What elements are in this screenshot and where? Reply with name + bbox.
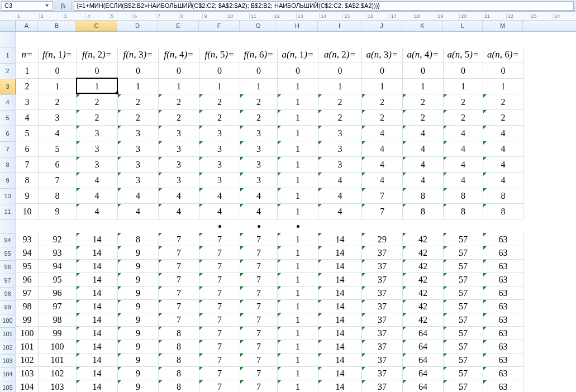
- cell[interactable]: 0: [39, 63, 77, 78]
- cell[interactable]: 3: [118, 173, 159, 188]
- cell[interactable]: 3: [77, 157, 118, 172]
- cell[interactable]: 3: [118, 157, 159, 172]
- cell[interactable]: 3: [118, 126, 159, 141]
- cell[interactable]: 4: [483, 141, 523, 156]
- row-header[interactable]: 99: [0, 301, 15, 314]
- cell[interactable]: 1: [403, 79, 444, 94]
- cell[interactable]: 63: [483, 233, 523, 246]
- cell[interactable]: 2: [483, 110, 523, 125]
- cell[interactable]: 2: [403, 110, 444, 125]
- cell[interactable]: 4: [483, 173, 523, 188]
- cell[interactable]: 4: [362, 173, 403, 188]
- cell[interactable]: 7: [199, 327, 240, 340]
- cell[interactable]: 64: [403, 340, 444, 353]
- cell[interactable]: 3: [77, 141, 118, 156]
- cell[interactable]: 1: [199, 79, 240, 94]
- cell[interactable]: 4: [444, 157, 483, 172]
- cell[interactable]: 7: [240, 313, 278, 326]
- cell[interactable]: 29: [362, 233, 403, 246]
- row-header[interactable]: 2: [0, 64, 15, 79]
- cell[interactable]: 2: [318, 110, 362, 125]
- cell[interactable]: 7: [199, 286, 240, 299]
- cell[interactable]: 7: [199, 246, 240, 259]
- cell[interactable]: 102: [16, 353, 39, 366]
- column-header-L[interactable]: L: [443, 21, 483, 31]
- cell[interactable]: 1: [278, 233, 318, 246]
- cell[interactable]: 8: [118, 233, 159, 246]
- cell[interactable]: 1: [278, 94, 318, 109]
- cell[interactable]: 7: [199, 260, 240, 273]
- cell[interactable]: 64: [403, 327, 444, 340]
- cell[interactable]: 4: [444, 173, 483, 188]
- cell[interactable]: 14: [318, 327, 362, 340]
- cell[interactable]: 4: [444, 126, 483, 141]
- row-header[interactable]: 95: [0, 247, 15, 261]
- cell[interactable]: 97: [39, 300, 77, 313]
- cell[interactable]: 3: [240, 141, 278, 156]
- cell[interactable]: 4: [159, 204, 199, 219]
- cell[interactable]: 2: [159, 94, 199, 109]
- header-cell[interactable]: a(n, 2)=: [318, 47, 362, 63]
- cell[interactable]: 14: [318, 233, 362, 246]
- cell[interactable]: 3: [240, 173, 278, 188]
- cell[interactable]: 37: [362, 367, 403, 380]
- cell[interactable]: 9: [16, 188, 39, 203]
- cell[interactable]: 3: [159, 141, 199, 156]
- cell[interactable]: 14: [318, 300, 362, 313]
- cell[interactable]: 1: [39, 79, 77, 94]
- cell[interactable]: 7: [199, 313, 240, 326]
- cell[interactable]: 1: [278, 157, 318, 172]
- cell[interactable]: 4: [318, 188, 362, 203]
- cell[interactable]: 14: [318, 260, 362, 273]
- cell[interactable]: 7: [240, 327, 278, 340]
- cell[interactable]: 4: [318, 173, 362, 188]
- cell[interactable]: 3: [199, 126, 240, 141]
- row-header[interactable]: 96: [0, 261, 15, 274]
- column-header-B[interactable]: B: [38, 21, 76, 31]
- cell[interactable]: 7: [240, 286, 278, 299]
- column-header-A[interactable]: A: [16, 21, 38, 31]
- cell[interactable]: 14: [77, 353, 118, 366]
- cell[interactable]: 9: [118, 353, 159, 366]
- cell[interactable]: 9: [118, 260, 159, 273]
- cell[interactable]: 1: [278, 260, 318, 273]
- cell[interactable]: 63: [483, 367, 523, 380]
- cell[interactable]: 57: [444, 367, 483, 380]
- cell[interactable]: 4: [362, 126, 403, 141]
- cell[interactable]: 0: [199, 63, 240, 78]
- cell[interactable]: 98: [16, 300, 39, 313]
- cell[interactable]: 8: [483, 188, 523, 203]
- cell[interactable]: 63: [483, 246, 523, 259]
- cell[interactable]: 10: [16, 204, 39, 219]
- cell[interactable]: 2: [199, 110, 240, 125]
- cell[interactable]: 99: [39, 327, 77, 340]
- cell[interactable]: 1: [278, 173, 318, 188]
- cell[interactable]: 92: [39, 233, 77, 246]
- cell[interactable]: 8: [159, 327, 199, 340]
- cell[interactable]: 4: [318, 204, 362, 219]
- cell[interactable]: 14: [318, 313, 362, 326]
- cell[interactable]: 1: [278, 246, 318, 259]
- cell[interactable]: 3: [39, 110, 77, 125]
- cell[interactable]: 14: [77, 340, 118, 353]
- cell[interactable]: 8: [39, 188, 77, 203]
- cell[interactable]: 57: [444, 273, 483, 286]
- cell[interactable]: 101: [16, 340, 39, 353]
- cell[interactable]: 14: [318, 380, 362, 392]
- cell[interactable]: 1: [278, 141, 318, 156]
- cell[interactable]: 14: [318, 273, 362, 286]
- name-box-dropdown-icon[interactable]: [44, 3, 50, 9]
- cell[interactable]: 1: [444, 79, 483, 94]
- cell[interactable]: 14: [318, 353, 362, 366]
- cell[interactable]: 63: [483, 380, 523, 392]
- cell[interactable]: 4: [199, 204, 240, 219]
- header-cell[interactable]: a(n, 1)=: [278, 47, 318, 63]
- column-header-C[interactable]: C: [76, 21, 117, 31]
- row-header[interactable]: 101: [0, 328, 15, 341]
- cell[interactable]: 3: [159, 157, 199, 172]
- row-header[interactable]: 105: [0, 381, 15, 392]
- cell[interactable]: 7: [199, 300, 240, 313]
- cell[interactable]: 37: [362, 380, 403, 392]
- select-all-corner[interactable]: [0, 21, 16, 31]
- cell[interactable]: 93: [39, 246, 77, 259]
